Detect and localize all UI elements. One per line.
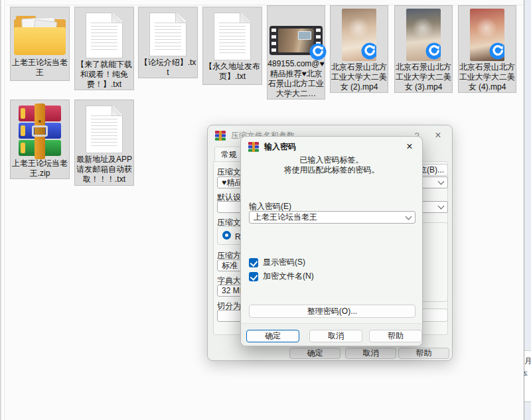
winrar-app-icon — [215, 131, 226, 141]
password-input[interactable]: 上老王论坛当老王 — [249, 211, 416, 224]
film-strip-icon — [269, 26, 323, 55]
winrar-archive-icon — [19, 105, 61, 157]
password-dialog-titlebar: 输入密码 × — [241, 137, 422, 157]
chevron-down-icon — [438, 203, 445, 210]
file-tile-txt[interactable]: 【来了就能下载和观看！纯免费！】.txt — [74, 7, 134, 90]
file-tile-folder[interactable]: 上老王论坛当老王 — [10, 7, 70, 81]
file-name: 【永久地址发布页】.txt — [204, 62, 261, 82]
file-name: 489155.com@♥精品推荐♥北京石景山北方工业大学大二… — [267, 59, 325, 99]
text-file-icon — [86, 105, 123, 153]
archive-help-button[interactable]: 帮助 — [398, 348, 449, 359]
media-player-badge-icon — [425, 42, 441, 60]
password-info-line-2: 将使用匹配此标签的密码。 — [241, 165, 422, 176]
file-name: 上老王论坛当老王 — [11, 58, 68, 78]
text-file-icon — [214, 13, 251, 60]
show-password-checkbox[interactable]: 显示密码(S) — [249, 257, 305, 268]
enter-password-dialog: 输入密码 × 已输入密码标签。 将使用匹配此标签的密码。 输入密码(E) 上老王… — [240, 136, 423, 346]
chevron-down-icon — [438, 178, 445, 185]
text-file-icon — [149, 13, 187, 56]
file-name: 北京石景山北方工业大学大二美女 (2).mp4 — [331, 62, 388, 92]
chevron-down-icon — [406, 213, 412, 220]
text-file-icon — [86, 13, 123, 58]
video-thumbnail — [342, 9, 376, 61]
file-tile-video[interactable]: 北京石景山北方工业大学大二美女 (2).mp4 — [330, 5, 388, 93]
file-name: 上老王论坛当老王.zip — [11, 159, 68, 178]
file-tile-video[interactable]: 489155.com@♥精品推荐♥北京石景山北方工业大学大二… — [267, 5, 325, 100]
dialog-title: 输入密码 — [264, 141, 296, 153]
side-window-text-fragment: 本 — [524, 369, 531, 379]
archive-cancel-button[interactable]: 取消 — [345, 348, 396, 359]
file-tile-video[interactable]: 北京石景山北方工业大学大二美女 (3).mp4 — [394, 5, 453, 93]
tab-general[interactable]: 常规 — [214, 147, 244, 162]
organize-passwords-button[interactable]: 整理密码(O)... — [249, 305, 416, 318]
password-ok-button[interactable]: 确定 — [246, 330, 299, 342]
encrypt-filenames-checkbox[interactable]: 加密文件名(N) — [249, 271, 314, 282]
file-name: 北京石景山北方工业大学大二美女 (4).mp4 — [459, 62, 516, 92]
file-tile-txt[interactable]: 【论坛介绍】.txt — [138, 7, 198, 78]
clipped-side-window: 2月 本 — [524, 0, 531, 420]
window-left-edge — [0, 0, 5, 420]
password-cancel-button[interactable]: 取消 — [309, 330, 362, 342]
file-tile-txt[interactable]: 【永久地址发布页】.txt — [202, 7, 262, 85]
desktop: 上老王论坛当老王 【来了就能下载和观看！纯免费！】.txt 【论坛介绍】.txt… — [0, 0, 531, 420]
file-name: 【论坛介绍】.txt — [139, 58, 196, 78]
media-player-badge-icon — [361, 42, 376, 60]
media-player-badge-icon — [309, 43, 327, 60]
file-name: 【来了就能下载和观看！纯免费！】.txt — [76, 60, 133, 90]
password-help-button[interactable]: 帮助 — [369, 330, 422, 342]
radio-format-rar[interactable] — [222, 231, 231, 240]
folder-icon — [14, 15, 66, 56]
winrar-app-icon — [248, 142, 259, 152]
file-tile-zip[interactable]: 上老王论坛当老王.zip — [10, 100, 70, 179]
file-tile-txt[interactable]: 最新地址及APP请发邮箱自动获取！！！.txt — [74, 100, 134, 186]
side-window-text-fragment: 2月 — [524, 356, 531, 366]
video-thumbnail — [406, 9, 441, 61]
file-tile-video[interactable]: 北京石景山北方工业大学大二美女 (4).mp4 — [458, 5, 516, 93]
checkbox-checked-icon — [249, 272, 258, 281]
video-thumbnail — [470, 9, 504, 61]
checkbox-checked-icon — [249, 258, 258, 267]
archive-ok-button[interactable]: 确定 — [289, 348, 341, 359]
close-button[interactable]: × — [429, 128, 447, 143]
file-name: 北京石景山北方工业大学大二美女 (3).mp4 — [395, 62, 452, 92]
close-button[interactable]: × — [401, 139, 418, 154]
media-player-badge-icon — [489, 42, 504, 60]
file-name: 最新地址及APP请发邮箱自动获取！！！.txt — [76, 155, 133, 184]
